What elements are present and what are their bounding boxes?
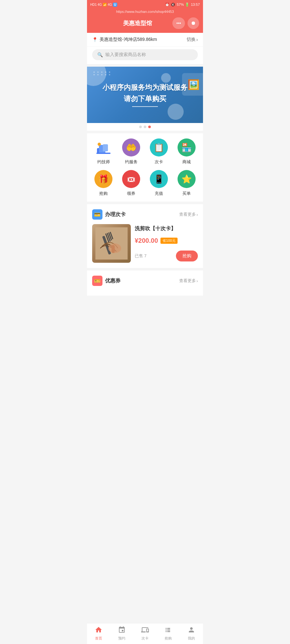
shop-label: 商城 bbox=[182, 159, 191, 165]
banner-indicators bbox=[87, 123, 203, 131]
service-label: 约服务 bbox=[125, 159, 138, 165]
shop-icon: 🏪 bbox=[178, 138, 196, 156]
more-button[interactable]: ••• bbox=[172, 17, 185, 29]
product-sold-count: 已售 7 bbox=[135, 253, 147, 259]
product-bottom: 已售 7 抢购 bbox=[135, 251, 198, 261]
chevron-right-icon: › bbox=[196, 37, 198, 42]
switch-location-button[interactable]: 切换 › bbox=[187, 37, 198, 43]
coupon-icon-emoji: 🎫 bbox=[94, 278, 101, 284]
location-info: 📍 美惠造型馆-鸿坤店589.86km bbox=[92, 37, 157, 43]
banner-line2: 请勿下单购买 bbox=[102, 94, 188, 104]
search-placeholder: 输入要搜索商品名称 bbox=[105, 52, 146, 58]
buy-button[interactable]: 抢购 bbox=[176, 251, 198, 261]
card-title-text: 办理次卡 bbox=[105, 211, 126, 218]
indicator-1[interactable] bbox=[139, 126, 142, 128]
record-button[interactable]: ⏺ bbox=[188, 17, 199, 29]
menu-item-recharge[interactable]: 📱 充值 bbox=[145, 170, 173, 196]
header-actions: ••• ⏺ bbox=[172, 17, 199, 29]
haircut-image bbox=[92, 224, 131, 263]
product-info: 洗剪吹【十次卡】 ¥200.00 省100元 已售 7 抢购 bbox=[135, 224, 198, 263]
location-icon: 📍 bbox=[92, 37, 98, 42]
mute-icon: 🔇 bbox=[171, 3, 175, 7]
card-icon: 📋 bbox=[150, 138, 168, 156]
svg-rect-3 bbox=[103, 144, 108, 151]
quick-menu: 约技师 🤲 约服务 📋 次卡 🏪 商城 bbox=[87, 133, 203, 202]
flash-sale-icon: 🎁 bbox=[94, 170, 112, 188]
product-price: ¥200.00 bbox=[135, 237, 158, 244]
coupon-section-header: 🎫 优惠券 查看更多 › bbox=[92, 276, 198, 286]
status-bar-left: HD1 4G 📶 4G U bbox=[90, 3, 117, 7]
signal-bars: 📶 bbox=[103, 3, 107, 6]
battery-text: 57% bbox=[177, 3, 184, 6]
app-icon: U bbox=[113, 3, 117, 7]
alarm-icon: ⏰ bbox=[165, 3, 169, 7]
banner-deco3 bbox=[161, 73, 171, 83]
page-title: 美惠造型馆 bbox=[102, 19, 172, 27]
indicator-2[interactable] bbox=[144, 126, 146, 128]
product-image bbox=[92, 224, 131, 263]
product-card: 洗剪吹【十次卡】 ¥200.00 省100元 已售 7 抢购 bbox=[92, 224, 198, 263]
menu-item-service[interactable]: 🤲 约服务 bbox=[117, 138, 145, 165]
status-bar-right: ⏰ 🔇 57% 🔋 13:57 bbox=[165, 3, 200, 7]
flash-sale-label: 抢购 bbox=[99, 191, 108, 196]
product-name: 洗剪吹【十次卡】 bbox=[135, 225, 198, 232]
menu-item-coupon-get[interactable]: 🎟 领券 bbox=[117, 170, 145, 196]
banner-line1: 小程序内服务均为测试服务 bbox=[102, 83, 188, 93]
url-text: https://www.huzhan.com/ishop44453 bbox=[116, 10, 174, 14]
card-section-icon: 💳 bbox=[92, 209, 102, 220]
price-row: ¥200.00 省100元 bbox=[135, 237, 198, 244]
menu-item-pay[interactable]: ⭐ 买单 bbox=[173, 170, 200, 196]
search-input[interactable]: 🔍 输入要搜索商品名称 bbox=[92, 49, 198, 60]
location-bar: 📍 美惠造型馆-鸿坤店589.86km 切换 › bbox=[87, 33, 203, 46]
pay-label: 买单 bbox=[182, 191, 191, 196]
url-bar: https://www.huzhan.com/ishop44453 bbox=[87, 9, 203, 15]
coupon-title-text: 优惠券 bbox=[105, 278, 121, 284]
product-save-badge: 省100元 bbox=[160, 238, 177, 244]
technician-icon bbox=[94, 138, 112, 156]
network-indicator2: 4G bbox=[108, 3, 112, 6]
banner-text: 小程序内服务均为测试服务 请勿下单购买 bbox=[102, 83, 188, 107]
switch-label: 切换 bbox=[187, 37, 196, 43]
search-icon: 🔍 bbox=[97, 52, 103, 57]
card-more-button[interactable]: 查看更多 › bbox=[179, 212, 198, 217]
battery-icon: 🔋 bbox=[185, 3, 189, 7]
technician-label: 约技师 bbox=[97, 159, 110, 165]
coupon-get-label: 领券 bbox=[127, 191, 135, 196]
promotional-banner[interactable]: 小程序内服务均为测试服务 请勿下单购买 🖼️ bbox=[87, 67, 203, 123]
svg-rect-5 bbox=[96, 153, 111, 154]
coupon-section-icon: 🎫 bbox=[92, 276, 102, 286]
menu-item-shop[interactable]: 🏪 商城 bbox=[173, 138, 200, 165]
card-section: 💳 办理次卡 查看更多 › bbox=[87, 204, 203, 268]
menu-item-card[interactable]: 📋 次卡 bbox=[145, 138, 173, 165]
coupon-more-text: 查看更多 bbox=[179, 278, 196, 284]
coupon-section: 🎫 优惠券 查看更多 › bbox=[87, 270, 203, 296]
network-indicator: HD1 4G bbox=[90, 3, 102, 6]
banner-underline bbox=[132, 106, 158, 107]
pay-icon: ⭐ bbox=[178, 170, 196, 188]
menu-grid: 约技师 🤲 约服务 📋 次卡 🏪 商城 bbox=[87, 138, 203, 196]
status-bar: HD1 4G 📶 4G U ⏰ 🔇 57% 🔋 13:57 bbox=[87, 0, 203, 9]
dots-pattern bbox=[93, 71, 111, 75]
card-label: 次卡 bbox=[155, 159, 163, 165]
menu-item-flash-sale[interactable]: 🎁 抢购 bbox=[90, 170, 117, 196]
card-icon-emoji: 💳 bbox=[94, 212, 101, 218]
time-display: 13:57 bbox=[191, 3, 200, 6]
svg-point-4 bbox=[98, 143, 101, 146]
recharge-label: 充值 bbox=[155, 191, 163, 196]
card-section-header: 💳 办理次卡 查看更多 › bbox=[92, 209, 198, 220]
chevron-right-icon2: › bbox=[197, 212, 198, 217]
location-name: 美惠造型馆-鸿坤店589.86km bbox=[100, 37, 157, 43]
svg-rect-13 bbox=[111, 245, 115, 253]
recharge-icon: 📱 bbox=[150, 170, 168, 188]
card-section-title: 💳 办理次卡 bbox=[92, 209, 126, 220]
chevron-right-icon3: › bbox=[197, 279, 198, 283]
menu-item-technician[interactable]: 约技师 bbox=[90, 138, 117, 165]
coupon-more-button[interactable]: 查看更多 › bbox=[179, 278, 198, 284]
coupon-get-icon: 🎟 bbox=[122, 170, 140, 188]
banner-container: 小程序内服务均为测试服务 请勿下单购买 🖼️ bbox=[87, 67, 203, 131]
record-icon: ⏺ bbox=[191, 20, 196, 26]
indicator-3[interactable] bbox=[148, 126, 151, 128]
bottom-spacer bbox=[87, 298, 203, 319]
app-header: 美惠造型馆 ••• ⏺ bbox=[87, 15, 203, 33]
coupon-section-title: 🎫 优惠券 bbox=[92, 276, 121, 286]
